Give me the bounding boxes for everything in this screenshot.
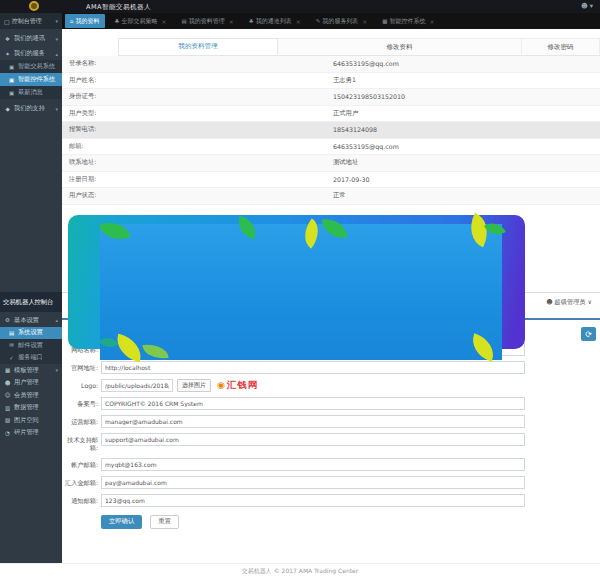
- sidebar-item-label: 智能控件系统: [18, 75, 55, 84]
- sidebar-item-service-port[interactable]: ✓ 服务端口: [0, 352, 62, 365]
- field-label: 备案号:: [62, 397, 98, 408]
- coin-logo-icon: [29, 1, 39, 11]
- logo-preview-text: 汇钱网: [227, 379, 259, 392]
- sidebar-item-our-comms[interactable]: ❖ 我们的通讯 ▾: [0, 32, 62, 45]
- choose-image-button[interactable]: 选择图片: [177, 379, 211, 392]
- chevron-down-icon: ∨: [587, 298, 592, 305]
- database-icon: ▥: [4, 405, 11, 411]
- tab-profile-management[interactable]: 我的资料管理: [118, 38, 278, 55]
- sidebar-item-image-space[interactable]: ▧ 图片空间: [0, 414, 62, 427]
- copyright-input[interactable]: [101, 397, 525, 410]
- comments-icon: ❖: [4, 36, 11, 42]
- submit-button[interactable]: 立即确认: [101, 515, 142, 529]
- sidebar-item-template-manage[interactable]: ▦ 模板管理 ▾: [0, 364, 62, 377]
- system-settings-form: 网站名称: 官网地址: Logo: 选择图片 ◉ 汇钱网 备案号:: [62, 343, 600, 529]
- reset-button[interactable]: 重置: [150, 515, 179, 529]
- file-icon: ▤: [181, 18, 186, 24]
- tab-label: 我的通道列表: [256, 17, 292, 26]
- row-value: 646353195@qq.com: [333, 143, 399, 150]
- sidebar-item-our-support[interactable]: ◆ 我们的支持 ▾: [0, 102, 62, 115]
- module-icon: ▣: [8, 77, 15, 83]
- module-icon: ▣: [8, 90, 15, 96]
- tab-my-profile[interactable]: ⌂ 我的资料: [65, 14, 105, 28]
- form-row-notify-email: 通知邮箱:: [62, 494, 600, 507]
- form-row-support-email: 技术支持邮箱:: [62, 433, 600, 453]
- users-icon: ☺: [4, 392, 11, 398]
- row-value: 测试地址: [333, 158, 358, 167]
- tab-edit-profile[interactable]: 修改资料: [278, 38, 522, 55]
- close-icon[interactable]: ×: [296, 18, 301, 25]
- sidebar-item-label: 会员管理: [14, 391, 39, 400]
- refresh-icon: ⟳: [585, 330, 592, 339]
- diamond-icon: ◆: [4, 106, 11, 112]
- close-icon[interactable]: ×: [430, 18, 435, 25]
- star-icon: ✦: [4, 51, 11, 57]
- row-label: 登录名称:: [62, 59, 333, 68]
- sidebar-item-label: 模板管理: [14, 366, 39, 375]
- field-label: 汇入金邮箱:: [62, 476, 98, 487]
- console-menu-dropdown[interactable]: ▢ 控制台管理 ▾: [0, 13, 62, 29]
- sidebar-item-member-manage[interactable]: ☺ 会员管理: [0, 389, 62, 402]
- refresh-button[interactable]: ⟳: [581, 327, 596, 341]
- site-url-input[interactable]: [101, 361, 525, 374]
- row-value: 正常: [333, 191, 346, 200]
- account-email-input[interactable]: [101, 458, 525, 471]
- tab-my-services[interactable]: ✎ 我的服务列表 ×: [311, 14, 373, 28]
- sidebar-item-fragment-manage[interactable]: ◔ 碎片管理: [0, 427, 62, 440]
- module-icon: ▣: [8, 64, 15, 70]
- row-label: 注册日期:: [62, 175, 333, 184]
- sidebar-item-label: 邮件设置: [18, 341, 43, 350]
- header-user-menu[interactable]: ☻ ▾: [581, 2, 593, 10]
- sidebar-item-system-settings[interactable]: ▤ 系统设置: [0, 327, 62, 340]
- admin-user-menu[interactable]: ☻ 超级管理员 ∨: [546, 298, 592, 307]
- sidebar-item-smart-widget-system[interactable]: ▣ 智能控件系统: [0, 73, 62, 86]
- table-row: 用户类型: 正式用户: [62, 106, 600, 123]
- sidebar-item-smart-trade-system[interactable]: ▣ 智能交易系统: [0, 60, 62, 73]
- field-label: Logo:: [62, 379, 98, 390]
- tab-all-strategies[interactable]: ♣ 全部交易策略 ×: [110, 14, 172, 28]
- tab-profile-manage[interactable]: ▤ 我的资料管理 ×: [176, 14, 238, 28]
- ops-email-input[interactable]: [101, 415, 525, 428]
- clock-icon: ◔: [4, 430, 11, 436]
- row-label: 用户姓名:: [62, 76, 333, 85]
- close-icon[interactable]: ×: [362, 18, 367, 25]
- sidebar-item-basic-settings[interactable]: ⚙ 基本设置 ▴: [0, 314, 62, 327]
- notify-email-input[interactable]: [101, 494, 525, 507]
- close-icon[interactable]: ×: [161, 18, 166, 25]
- sidebar-item-latest-news[interactable]: ▣ 最新消息: [0, 86, 62, 99]
- row-value: 646353195@qq.com: [333, 60, 399, 67]
- user-icon: ☻: [546, 298, 552, 305]
- table-row: 用户姓名: 王志勇1: [62, 73, 600, 90]
- sidebar-item-mail-settings[interactable]: ✉ 邮件设置: [0, 339, 62, 352]
- sitemap-icon: ♣: [249, 18, 254, 24]
- top-header-bar: AMA智能交易机器人 ☻ ▾: [0, 0, 600, 13]
- check-icon: ✓: [8, 355, 15, 361]
- table-row-highlighted: 报警电话: 18543124098: [62, 122, 600, 139]
- profile-tab-bar: 我的资料管理 修改资料 修改密码: [118, 38, 600, 56]
- sidebar-item-user-manage[interactable]: ☻ 用户管理: [0, 377, 62, 390]
- profile-info-table: 登录名称: 646353195@qq.com 用户姓名: 王志勇1 身份证号: …: [62, 56, 600, 205]
- close-icon[interactable]: ×: [229, 18, 234, 25]
- tab-my-channels[interactable]: ♣ 我的通道列表 ×: [244, 14, 306, 28]
- chevron-up-icon: ▴: [55, 51, 58, 57]
- row-label: 身份证号:: [62, 92, 333, 101]
- field-label: 通知邮箱:: [62, 494, 98, 505]
- logo-path-input[interactable]: [101, 379, 173, 392]
- row-label: 用户类型:: [62, 109, 333, 118]
- sidebar-item-data-manage[interactable]: ▥ 数据管理: [0, 402, 62, 415]
- table-row: 登录名称: 646353195@qq.com: [62, 56, 600, 73]
- top-nav-bar: ▢ 控制台管理 ▾ ⌂ 我的资料 ♣ 全部交易策略 × ▤ 我的资料管理 × ♣…: [0, 13, 600, 29]
- tab-smart-widget-system[interactable]: ▦ 智能控件系统 ×: [377, 14, 439, 28]
- row-value: 2017-09-30: [333, 176, 370, 183]
- tab-label: 我的服务列表: [322, 17, 358, 26]
- support-email-input[interactable]: [101, 433, 525, 446]
- sidebar-item-our-services[interactable]: ✦ 我们的服务 ▴: [0, 47, 62, 60]
- tab-change-password[interactable]: 修改密码: [522, 38, 600, 55]
- sidebar-item-label: 最新消息: [18, 88, 43, 97]
- monitor-icon: ▢: [4, 18, 10, 25]
- row-value: 18543124098: [333, 126, 377, 133]
- pay-email-input[interactable]: [101, 476, 525, 489]
- tab-label: 全部交易策略: [121, 17, 157, 26]
- pencil-icon: ✎: [316, 18, 321, 24]
- chevron-down-icon: ▾: [55, 106, 58, 112]
